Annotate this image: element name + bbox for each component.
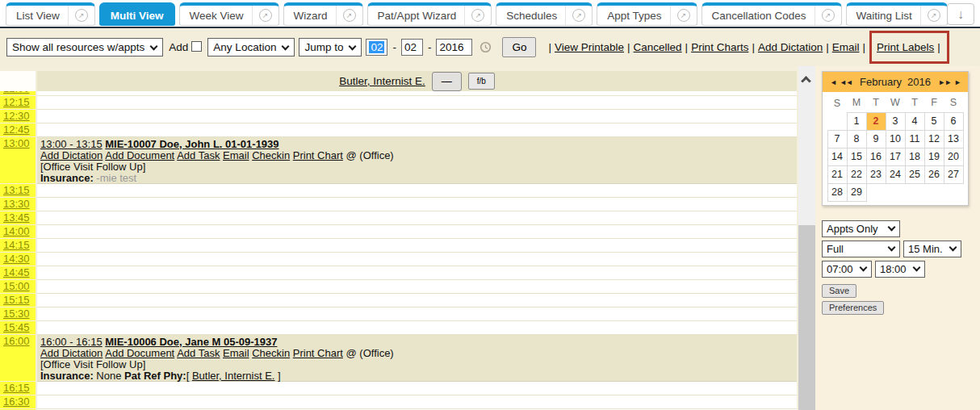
time-slot-link[interactable]: 13:15 (0, 184, 36, 197)
calendar-day-27[interactable]: 27 (944, 165, 963, 183)
tab-cancellation-codes[interactable]: Cancellation Codes↗ (701, 2, 842, 26)
expand-button[interactable]: ↓ (947, 3, 974, 25)
slot-cell[interactable] (37, 321, 797, 335)
end-time-select[interactable]: 18:00 (875, 261, 925, 278)
slot-cell[interactable] (37, 266, 797, 280)
time-slot-link[interactable]: 14:15 (0, 239, 36, 252)
action-link-email[interactable]: Email (223, 347, 249, 359)
action-link-add-dictation[interactable]: Add Dictation (40, 347, 103, 359)
calendar-day-21[interactable]: 21 (827, 165, 847, 183)
time-slot-link[interactable]: 15:00 (0, 280, 36, 293)
time-slot-link[interactable]: 15:45 (0, 321, 36, 334)
slot-cell[interactable] (37, 253, 797, 266)
action-link-add-document[interactable]: Add Document (105, 149, 174, 161)
go-button[interactable]: Go (502, 37, 536, 57)
calendar-day-9[interactable]: 9 (866, 130, 886, 148)
calendar-day-11[interactable]: 11 (905, 130, 924, 148)
appointment-time-link[interactable]: 16:00 - 16:15 (40, 336, 103, 348)
date-day-input[interactable]: 02 (401, 39, 423, 56)
calendar-day-20[interactable]: 20 (944, 148, 963, 165)
calendar-day-13[interactable]: 13 (944, 130, 963, 148)
tab-popout-cell[interactable]: ↗ (336, 6, 362, 25)
toolbar-link-print-labels[interactable]: Print Labels (877, 41, 934, 53)
slot-cell[interactable] (37, 239, 797, 253)
slot-cell[interactable] (37, 198, 797, 211)
tab-popout-cell[interactable]: ↗ (920, 6, 947, 25)
provider-link[interactable]: Butler, Internist E. (339, 75, 425, 87)
toolbar-link-add-dictation[interactable]: Add Dictation (758, 41, 823, 53)
slot-cell[interactable] (37, 184, 797, 198)
tab-popout-cell[interactable]: ↗ (252, 6, 279, 25)
slot-cell[interactable] (37, 395, 797, 409)
patient-link[interactable]: MIE-10006 Doe, Jane M 05-09-1937 (105, 336, 277, 348)
calendar-day-1[interactable]: 1 (847, 112, 866, 130)
scrollbar-track[interactable] (798, 66, 815, 410)
calendar-day-28[interactable]: 28 (827, 183, 847, 201)
calendar-day-15[interactable]: 15 (847, 148, 866, 165)
calendar-day-14[interactable]: 14 (827, 148, 847, 165)
calendar-day-10[interactable]: 10 (886, 130, 905, 148)
calendar-day-16[interactable]: 16 (866, 148, 886, 165)
slot-cell[interactable] (37, 110, 797, 123)
next-month-icon[interactable]: ► (954, 78, 961, 86)
tab-popout-cell[interactable]: ↗ (68, 6, 94, 25)
tab-popout-cell[interactable]: ↗ (670, 6, 697, 25)
action-link-checkin[interactable]: Checkin (252, 347, 290, 359)
tab-week-view[interactable]: Week View↗ (179, 2, 279, 26)
calendar-day-18[interactable]: 18 (905, 148, 924, 165)
ref-phy-link[interactable]: Butler, Internist E. (192, 370, 275, 382)
action-link-checkin[interactable]: Checkin (252, 149, 290, 161)
time-slot-link[interactable]: 12:15 (0, 96, 36, 109)
action-link-print-chart[interactable]: Print Chart (293, 149, 343, 161)
calendar-day-26[interactable]: 26 (924, 165, 944, 183)
slot-cell[interactable] (37, 308, 797, 321)
time-slot-link[interactable]: 13:45 (0, 211, 36, 224)
slot-cell[interactable] (37, 123, 797, 137)
location-filter-select[interactable]: Any Location (207, 38, 295, 56)
time-slot-link[interactable]: 12:30 (0, 110, 36, 123)
calendar-day-2[interactable]: 2 (866, 112, 886, 130)
appointment-block[interactable]: 16:00 - 16:15 MIE-10006 Doe, Jane M 05-0… (37, 335, 797, 382)
slot-cell[interactable] (37, 382, 797, 395)
tab-popout-cell[interactable]: ↗ (815, 6, 841, 25)
appointment-block[interactable]: 13:00 - 13:15 MIE-10007 Doe, John L. 01-… (37, 137, 797, 184)
collapse-column-button[interactable]: — (432, 72, 462, 91)
toolbar-link-cancelled[interactable]: Cancelled (634, 41, 682, 53)
calendar-day-5[interactable]: 5 (924, 112, 944, 130)
action-link-add-document[interactable]: Add Document (105, 347, 174, 359)
tab-schedules[interactable]: Schedules↗ (496, 2, 593, 26)
time-slot-link[interactable]: 16:30 (0, 395, 36, 408)
toolbar-link-email[interactable]: Email (832, 41, 860, 53)
scroll-up-icon[interactable] (801, 76, 811, 86)
tab-pat-appt-wizard[interactable]: Pat/Appt Wizard↗ (367, 2, 492, 26)
calendar-day-22[interactable]: 22 (847, 165, 866, 183)
tab-appt-types[interactable]: Appt Types↗ (597, 2, 697, 26)
date-year-input[interactable]: 2016 (436, 39, 472, 56)
time-slot-link[interactable]: 14:00 (0, 225, 36, 238)
time-slot-link[interactable]: 14:45 (0, 266, 36, 279)
view-mode-select[interactable]: Appts Only (822, 220, 900, 237)
add-checkbox[interactable] (191, 41, 202, 52)
clock-icon[interactable] (480, 41, 492, 53)
prev-month-icon[interactable]: ◄ (830, 78, 836, 86)
tab-popout-cell[interactable]: ↗ (464, 6, 491, 25)
action-link-add-task[interactable]: Add Task (177, 149, 220, 161)
calendar-day-4[interactable]: 4 (905, 112, 924, 130)
patient-link[interactable]: MIE-10007 Doe, John L. 01-01-1939 (105, 138, 279, 150)
action-link-email[interactable]: Email (223, 149, 249, 161)
fb-button[interactable]: f/b (468, 73, 495, 90)
time-slot-link[interactable]: 12:00 (0, 91, 36, 95)
slot-cell[interactable] (37, 211, 797, 225)
calendar-day-23[interactable]: 23 (866, 165, 886, 183)
tab-list-view[interactable]: List View↗ (6, 2, 95, 26)
slot-cell[interactable] (37, 225, 797, 239)
appointment-time-link[interactable]: 13:00 - 13:15 (40, 138, 103, 150)
save-button[interactable]: Save (822, 284, 856, 298)
next-year-icon[interactable]: ►► (938, 78, 951, 86)
preferences-button[interactable]: Preferences (822, 301, 884, 315)
time-slot-link[interactable]: 14:30 (0, 253, 36, 266)
time-slot-link[interactable]: 15:30 (0, 308, 36, 320)
calendar-day-19[interactable]: 19 (924, 148, 944, 165)
slot-cell[interactable] (37, 294, 797, 308)
toolbar-link-print-charts[interactable]: Print Charts (691, 41, 748, 53)
